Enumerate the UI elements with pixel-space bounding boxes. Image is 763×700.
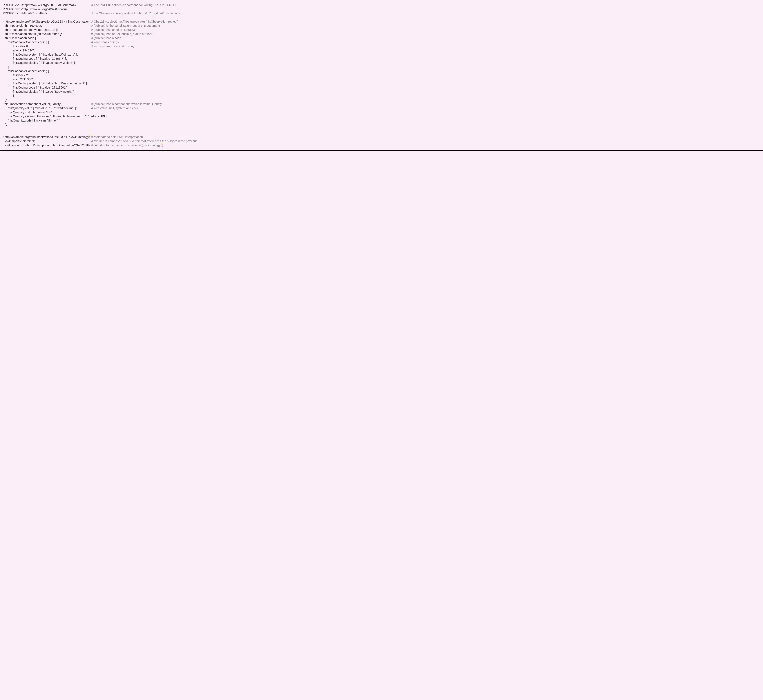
- comment-text: # (subject) has an (extensible) status o…: [91, 32, 760, 36]
- code-line: [3, 127, 760, 131]
- code-text: fhir:Quantity.system [ fhir:value "http:…: [3, 114, 91, 119]
- code-text: owl:imports fhir:fhir.ttl;: [3, 139, 91, 143]
- code-line: owl:versionIRI <http://example.org/fhir/…: [3, 143, 760, 147]
- code-line: fhir:Quantity.value [ fhir:value "185"^^…: [3, 106, 760, 110]
- code-text: [3, 131, 91, 135]
- code-text: fhir:CodeableConcept.coding [: [3, 40, 91, 44]
- code-text: PREFIX xsd: <http://www.w3.org/2001/XMLS…: [3, 3, 91, 7]
- code-line: <http://example.org/fhir/Observation/Obs…: [3, 135, 760, 139]
- comment-text: [91, 127, 760, 131]
- comment-text: # which has codings: [91, 40, 760, 44]
- code-text: fhir:Observation.component.valueQuantity…: [3, 102, 91, 106]
- code-text: fhir:Coding.system [ fhir:value "http://…: [3, 81, 91, 86]
- comment-text: [91, 98, 760, 102]
- comment-text: [91, 61, 760, 65]
- comment-text: # line, due to the usage of semicolon (o…: [91, 143, 760, 147]
- code-text: fhir:Coding.code [ fhir:value "27113001"…: [3, 86, 91, 90]
- comment-text: [91, 57, 760, 61]
- code-line: fhir:Coding.system [ fhir:value "http://…: [3, 53, 760, 57]
- code-line: PREFIX owl: <http://www.w3.org/2002/07/o…: [3, 7, 760, 11]
- comment-text: [91, 16, 760, 20]
- comment-text: # (subject) has a code: [91, 36, 760, 40]
- code-text: fhir:Quantity.unit [ fhir:value "lbs" ];: [3, 110, 91, 114]
- code-line: ];: [3, 65, 760, 69]
- code-text: fhir:CodeableConcept.coding [: [3, 69, 91, 73]
- comment-text: [91, 90, 760, 94]
- comment-text: [91, 110, 760, 114]
- code-fragment: <http://example.org/fhir/Observation/Obs…: [3, 135, 89, 139]
- code-text: PREFIX fhir: <http://hl7.org/fhir/>: [3, 11, 91, 16]
- comment-text: # this line is composed of a p, o pair t…: [91, 139, 760, 143]
- code-line: PREFIX fhir: <http://hl7.org/fhir/># fhi…: [3, 11, 760, 16]
- comment-text: [91, 131, 760, 135]
- code-line: fhir:Observation.component.valueQuantity…: [3, 102, 760, 106]
- code-text: fhir:Observation.status [ fhir:value "fi…: [3, 32, 91, 36]
- code-line: fhir:Coding.display [ fhir:value "Body w…: [3, 90, 760, 94]
- code-line: fhir:Observation.status [ fhir:value "fi…: [3, 32, 760, 36]
- code-text: fhir:Quantity.value [ fhir:value "185"^^…: [3, 106, 91, 110]
- comment-fragment: ): [162, 144, 163, 147]
- comment-text: [91, 65, 760, 69]
- code-line: fhir:Observation.code [# (subject) has a…: [3, 36, 760, 40]
- comment-text: # (subject) has an id of "Obs123": [91, 28, 760, 32]
- comment-fragment: # line, due to the usage of semicolon (o…: [91, 144, 161, 147]
- code-line: fhir:CodeableConcept.coding [# which has…: [3, 40, 760, 44]
- comment-text: # (subject) is the serialization root of…: [91, 23, 760, 28]
- comment-text: # The PREFIX defines a shorthand for wri…: [91, 3, 760, 7]
- comment-text: [91, 7, 760, 11]
- code-text: ]: [3, 94, 91, 98]
- turtle-code-listing: PREFIX xsd: <http://www.w3.org/2001/XMLS…: [3, 3, 760, 147]
- code-text: fhir:Quantity.code [ fhir:value "[lb_av]…: [3, 119, 91, 123]
- comment-text: # Obs123 (subject) hasType (predicate) f…: [91, 20, 760, 23]
- comment-text: [91, 123, 760, 127]
- comment-text: [91, 69, 760, 73]
- code-line: [3, 16, 760, 20]
- code-text: fhir:index 2;: [3, 73, 91, 77]
- code-text: fhir:nodeRole fhir:treeRoot;: [3, 23, 91, 28]
- code-line: fhir:Quantity.code [ fhir:value "[lb_av]…: [3, 119, 760, 123]
- code-text: ];: [3, 65, 91, 69]
- code-text: ].: [3, 123, 91, 127]
- code-line: [3, 131, 760, 135]
- code-line: fhir:index 0;# with system, code and dis…: [3, 44, 760, 48]
- comment-text: [91, 119, 760, 123]
- comment-text: # (subject) has a component, which is va…: [91, 102, 760, 106]
- code-line: fhir:Coding.system [ fhir:value "http://…: [3, 81, 760, 86]
- code-line: fhir:Coding.display [ fhir:value "Body W…: [3, 61, 760, 65]
- comment-text: # with system, code and display: [91, 44, 760, 48]
- code-line: ].: [3, 123, 760, 127]
- code-text: <http://example.org/fhir/Observation/Obs…: [3, 135, 91, 139]
- comment-text: [91, 73, 760, 77]
- code-text: fhir:Coding.display [ fhir:value "Body w…: [3, 90, 91, 94]
- comment-text: [91, 94, 760, 98]
- comment-text: [91, 86, 760, 90]
- code-line: fhir:index 2;: [3, 73, 760, 77]
- code-text: a sct:27113001;: [3, 77, 91, 81]
- code-line: ];: [3, 98, 760, 102]
- code-text: a loinc:29463-7;: [3, 48, 91, 53]
- code-line: ]: [3, 94, 760, 98]
- code-line: PREFIX xsd: <http://www.w3.org/2001/XMLS…: [3, 3, 760, 7]
- code-line: fhir:Coding.code [ fhir:value "29463-7" …: [3, 57, 760, 61]
- highlight: ;: [89, 135, 90, 139]
- code-text: [3, 16, 91, 20]
- code-text: fhir:Observation.code [: [3, 36, 91, 40]
- code-text: fhir:Coding.system [ fhir:value "http://…: [3, 53, 91, 57]
- code-line: fhir:Resource.id [ fhir:value "Obs123" ]…: [3, 28, 760, 32]
- code-line: fhir:Coding.code [ fhir:value "27113001"…: [3, 86, 760, 90]
- comment-text: [91, 81, 760, 86]
- code-line: fhir:CodeableConcept.coding [: [3, 69, 760, 73]
- code-text: fhir:Coding.code [ fhir:value "29463-7" …: [3, 57, 91, 61]
- comment-text: [91, 53, 760, 57]
- code-text: <http://example.org/fhir/Observation/Obs…: [3, 20, 91, 23]
- code-line: fhir:Quantity.system [ fhir:value "http:…: [3, 114, 760, 119]
- comment-text: # Metadata to help OWL interpretation: [91, 135, 760, 139]
- code-line: a loinc:29463-7;: [3, 48, 760, 53]
- comment-text: # with value, unit, system and code: [91, 106, 760, 110]
- code-text: ];: [3, 98, 91, 102]
- comment-text: [91, 48, 760, 53]
- code-text: fhir:Resource.id [ fhir:value "Obs123" ]…: [3, 28, 91, 32]
- code-text: [3, 127, 91, 131]
- code-text: PREFIX owl: <http://www.w3.org/2002/07/o…: [3, 7, 91, 11]
- code-line: owl:imports fhir:fhir.ttl;# this line is…: [3, 139, 760, 143]
